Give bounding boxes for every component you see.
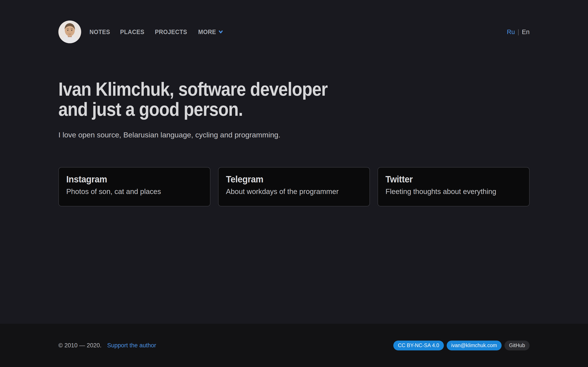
card-telegram-description: About workdays of the programmer bbox=[226, 187, 362, 196]
main-menu: NOTES PLACES PROJECTS MORE bbox=[89, 28, 226, 36]
card-twitter[interactable]: Twitter Fleeting thoughts about everythi… bbox=[378, 167, 530, 206]
card-telegram[interactable]: Telegram About workdays of the programme… bbox=[218, 167, 370, 206]
page-title-line-1: Ivan Klimchuk, software developer bbox=[58, 80, 328, 100]
page-title-line-2: and just a good person. bbox=[58, 100, 243, 120]
top-navigation: NOTES PLACES PROJECTS MORE Ru | En bbox=[0, 0, 588, 43]
page-subtitle: I love open source, Belarusian language,… bbox=[58, 131, 530, 139]
footer-badges: CC BY-NC-SA 4.0 ivan@klimchuk.com GitHub bbox=[393, 341, 530, 350]
support-author-link[interactable]: Support the author bbox=[107, 342, 156, 349]
license-badge[interactable]: CC BY-NC-SA 4.0 bbox=[393, 341, 444, 350]
footer-left: © 2010 — 2020. Support the author bbox=[58, 342, 156, 349]
nav-item-more-label: MORE bbox=[198, 28, 216, 36]
card-instagram[interactable]: Instagram Photos of son, cat and places bbox=[58, 167, 210, 206]
language-switcher: Ru | En bbox=[507, 28, 530, 36]
nav-item-more[interactable]: MORE bbox=[198, 28, 224, 36]
card-instagram-description: Photos of son, cat and places bbox=[66, 187, 203, 196]
card-telegram-title: Telegram bbox=[226, 174, 263, 184]
card-twitter-description: Fleeting thoughts about everything bbox=[385, 187, 522, 196]
nav-item-projects[interactable]: PROJECTS bbox=[155, 28, 187, 36]
email-badge[interactable]: ivan@klimchuk.com bbox=[447, 341, 502, 350]
language-ru-link[interactable]: Ru bbox=[507, 28, 515, 36]
avatar[interactable] bbox=[58, 21, 81, 43]
homepage: NOTES PLACES PROJECTS MORE Ru | En Ivan … bbox=[0, 0, 588, 367]
copyright-text: © 2010 — 2020. bbox=[58, 342, 102, 349]
footer: © 2010 — 2020. Support the author CC BY-… bbox=[0, 324, 588, 367]
main-content: Ivan Klimchuk, software developer and ju… bbox=[0, 43, 588, 324]
github-badge[interactable]: GitHub bbox=[504, 341, 530, 350]
chevron-down-icon bbox=[218, 29, 224, 35]
language-separator: | bbox=[518, 28, 519, 36]
language-en-current: En bbox=[522, 28, 530, 36]
portrait-photo-icon bbox=[58, 21, 81, 43]
nav-item-notes[interactable]: NOTES bbox=[89, 28, 110, 36]
nav-item-places[interactable]: PLACES bbox=[120, 28, 144, 36]
page-title: Ivan Klimchuk, software developer and ju… bbox=[58, 80, 530, 120]
social-cards: Instagram Photos of son, cat and places … bbox=[58, 167, 530, 206]
card-instagram-title: Instagram bbox=[66, 174, 107, 184]
card-twitter-title: Twitter bbox=[385, 174, 413, 184]
